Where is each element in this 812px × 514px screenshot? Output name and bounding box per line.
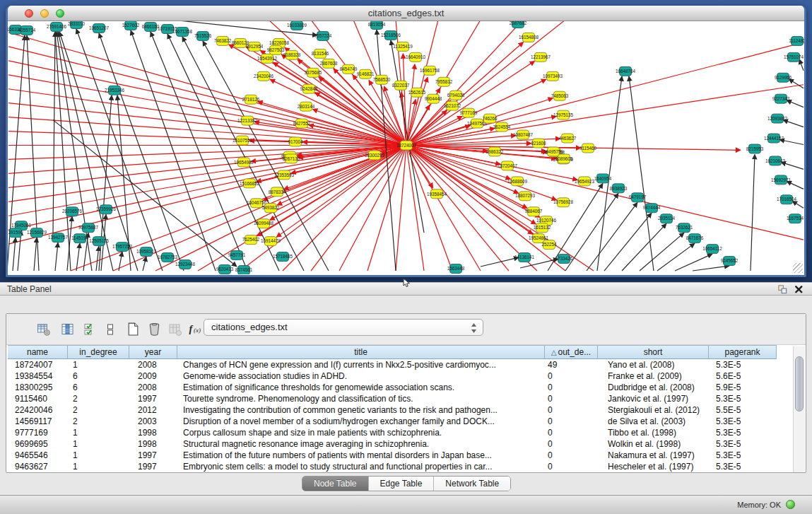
table-cell[interactable]: 9463627 [8,461,68,472]
table-row[interactable]: 1456911722003Disruption of a novel membe… [8,416,777,427]
graph-node[interactable]: 9827503 [267,45,285,54]
column-header-title[interactable]: title [177,345,545,359]
graph-node[interactable]: 12444157 [764,134,784,143]
table-cell[interactable]: 0 [545,461,598,472]
graph-node[interactable]: 12505115 [89,237,109,246]
table-cell[interactable]: 1 [68,427,129,438]
graph-node[interactable]: 8267130 [283,154,300,163]
graph-node[interactable]: 19358454 [427,189,447,199]
graph-node[interactable]: 6794028 [447,90,465,100]
table-cell[interactable]: 1997 [129,461,177,472]
table-cell[interactable]: Embryonic stem cells: a model to study s… [177,461,545,472]
table-cell[interactable]: Genome-wide association studies in ADHD. [177,370,545,382]
graph-node[interactable]: 10651207 [89,23,109,33]
graph-node[interactable]: 12213967 [531,52,551,62]
table-cell[interactable]: Estimation of significance thresholds fo… [177,382,545,393]
graph-node[interactable]: 7625402 [242,235,260,245]
table-row[interactable]: 1830029562008Estimation of significance … [8,382,777,393]
window-resize-grip[interactable] [793,263,803,273]
graph-node[interactable]: 16648784 [616,66,635,76]
table-row[interactable]: 1938455462009Genome-wide association stu… [8,370,777,382]
graph-node[interactable]: 746266 [483,114,498,123]
graph-node[interactable]: 9904448 [425,94,442,103]
table-cell[interactable]: 5.3E-5 [709,393,777,404]
table-cell[interactable]: 1997 [129,450,177,461]
graph-node[interactable]: 9777169 [460,108,478,117]
graph-node[interactable]: 1112480 [789,36,804,45]
table-cell[interactable]: Franke et al. (2009) [598,370,709,382]
graph-node[interactable]: 8938923 [610,184,628,193]
graph-node[interactable]: 10807487 [513,130,533,139]
close-panel-icon[interactable] [794,284,804,295]
table-cell[interactable]: 9115460 [8,393,68,404]
graph-node[interactable]: 15218506 [381,30,401,40]
table-cell[interactable]: 5.3E-5 [709,427,777,438]
graph-node[interactable]: 5493822 [262,204,280,213]
graph-node[interactable]: 6466160 [142,22,160,31]
column-header-pagerank[interactable]: pagerank [709,345,777,359]
graph-node[interactable]: 1167534 [787,214,804,223]
graph-node[interactable]: 19654982 [234,158,254,167]
table-cell[interactable]: 1 [68,438,129,450]
graph-node[interactable]: 917004 [288,137,303,146]
table-cell[interactable]: de Silva et al. (2003) [598,416,709,427]
graph-node[interactable]: 4055714 [18,25,36,35]
graph-node[interactable]: 18720407 [498,161,517,170]
table-cell[interactable]: 2008 [129,359,177,370]
table-settings-button[interactable] [35,321,53,339]
graph-node[interactable]: 19654923 [575,177,594,186]
graph-node[interactable]: 2087682 [510,21,527,28]
table-cell[interactable]: 5.3E-5 [709,450,777,461]
graph-node[interactable]: 10756928 [553,198,573,207]
graph-node[interactable]: 15166852 [240,179,259,188]
tab-network-table[interactable]: Network Table [434,477,510,491]
graph-node[interactable]: 16640910 [406,52,425,62]
graph-node[interactable]: 7557224 [314,31,332,40]
graph-node[interactable]: 9884067 [525,207,543,216]
graph-node[interactable]: 16107552 [233,136,252,145]
table-cell[interactable]: 22420046 [8,404,68,416]
table-cell[interactable]: 1 [68,461,129,472]
table-cell[interactable]: Structural magnetic resonance image aver… [177,438,545,450]
graph-node[interactable]: 9129966 [775,73,792,82]
table-cell[interactable]: 0 [545,416,598,427]
table-cell[interactable]: 9465546 [8,450,68,461]
table-cell[interactable]: 6 [68,370,129,382]
graph-node[interactable]: 13942757 [48,233,68,243]
table-cell[interactable]: 18724007 [8,359,68,370]
graph-node[interactable]: 12156829 [27,228,47,238]
table-cell[interactable]: 5.3E-5 [709,416,777,427]
table-cell[interactable]: Wolkin et al. (1998) [598,438,709,450]
table-cell[interactable]: 1997 [129,393,177,404]
graph-node[interactable]: 8912954 [246,42,264,51]
table-cell[interactable]: 0 [545,450,598,461]
graph-node[interactable]: 1621072 [444,101,461,110]
graph-node[interactable]: 821608 [531,139,546,148]
column-header-short[interactable]: short [598,345,709,359]
graph-node[interactable]: 14136141 [514,253,534,262]
table-row[interactable]: 969969511998Structural magnetic resonanc… [8,438,777,450]
graph-node[interactable]: 1089605 [555,154,573,163]
graph-node[interactable]: 7955812 [435,77,453,86]
table-cell[interactable]: 19384554 [8,370,68,382]
graph-node[interactable]: 391590 [8,228,23,238]
graph-node[interactable]: 15718485 [273,252,293,262]
graph-node[interactable]: 12975135 [553,110,573,119]
table-cell[interactable]: Hescheler et al. (1997) [598,461,709,472]
rows-button[interactable] [101,321,119,339]
graph-node[interactable]: 4463627 [559,134,577,143]
table-cell[interactable]: 9699695 [8,438,68,450]
tab-edge-table[interactable]: Edge Table [369,477,435,491]
table-cell[interactable]: Estimation of the future numbers of pati… [177,450,545,461]
new-table-button[interactable] [124,321,142,339]
table-cell[interactable]: Yano et al. (2008) [598,359,709,370]
graph-node[interactable]: 10958107 [136,247,156,257]
graph-node[interactable]: 16033809 [287,21,307,30]
graph-node[interactable]: 7568520 [373,75,391,84]
graph-node[interactable]: 1527602 [122,21,140,30]
column-checks-button[interactable] [81,321,100,339]
graph-node[interactable]: 9474444 [643,204,661,213]
graph-node[interactable]: 8454749 [340,64,358,74]
delete-table-button[interactable] [145,321,163,339]
graph-node[interactable]: 2986322 [486,147,504,156]
